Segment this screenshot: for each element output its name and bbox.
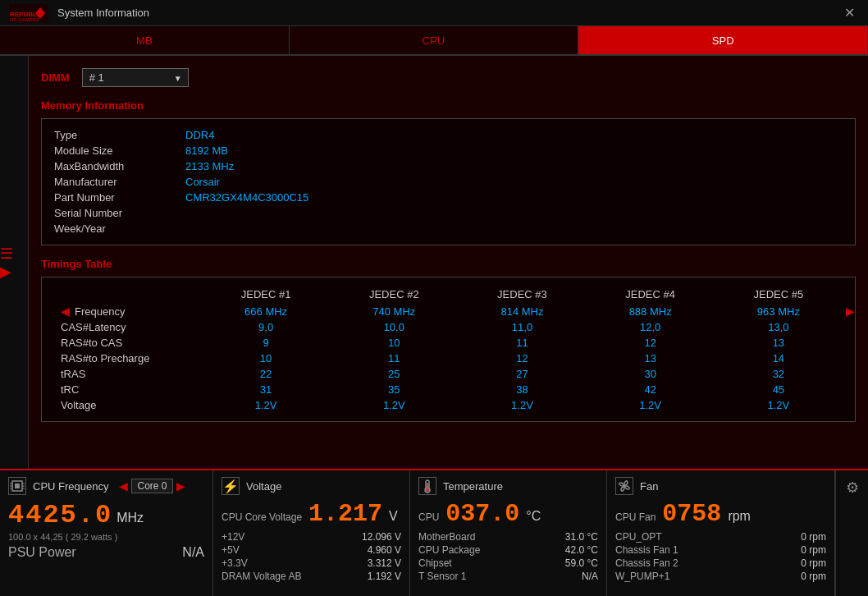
wpump-row: W_PUMP+1 0 rpm: [615, 571, 826, 582]
v5-value: 4.960 V: [368, 544, 401, 556]
temp-title: Temperature: [443, 480, 503, 493]
v5-label: +5V: [222, 544, 240, 556]
v33-label: +3.3V: [222, 557, 248, 569]
svg-text:OF GAMERS: OF GAMERS: [10, 17, 39, 22]
temp-header: Temperature: [418, 477, 598, 495]
cpu-freq-panel: CPU Frequency ◀ Core 0 ▶ 4425.0 MHz 100.…: [0, 470, 213, 596]
core-voltage-row: CPU Core Voltage 1.217 V: [222, 500, 401, 528]
chassis-fan2-row: Chassis Fan 2 0 rpm: [615, 557, 826, 569]
v5-row: +5V 4.960 V: [222, 544, 401, 556]
tab-mb[interactable]: MB: [0, 26, 290, 54]
info-row-part-number: Part Number CMR32GX4M4C3000C15: [54, 190, 843, 205]
svg-point-15: [426, 488, 429, 492]
cpu-opt-row: CPU_OPT 0 rpm: [615, 531, 826, 543]
title-bar: REPUBLIC OF GAMERS System Information ✕: [0, 0, 868, 26]
wpump-label: W_PUMP+1: [615, 571, 669, 582]
window-title: System Information: [57, 7, 149, 19]
fan-panel: Fan CPU Fan 0758 rpm CPU_OPT 0 rpm Chass…: [607, 470, 835, 596]
dimm-label: DIMM: [41, 71, 70, 84]
cpu-freq-nav: ◀ Core 0 ▶: [119, 479, 185, 493]
main-content: ☰ ▶ DIMM # 1 # 2 # 3 # 4 Memory Informat…: [0, 56, 868, 469]
tab-cpu[interactable]: CPU: [290, 26, 579, 54]
close-button[interactable]: ✕: [839, 3, 860, 22]
cpu-fan-value: 0758: [662, 500, 721, 528]
fan-icon: [615, 477, 633, 495]
info-row-module-size: Module Size 8192 MB: [54, 143, 843, 158]
svg-rect-5: [15, 484, 20, 488]
voltage-header: ⚡ Voltage: [222, 477, 401, 495]
dimm-selector[interactable]: # 1 # 2 # 3 # 4: [82, 68, 189, 87]
mb-temp-row: MotherBoard 31.0 °C: [418, 531, 598, 543]
voltage-panel: ⚡ Voltage CPU Core Voltage 1.217 V +12V …: [213, 470, 410, 596]
timings-box: JEDEC #1 JEDEC #2 JEDEC #3 JEDEC #4 JEDE…: [41, 277, 856, 422]
chassis-fan1-value: 0 rpm: [801, 544, 826, 556]
chipset-temp-row: Chipset 59.0 °C: [418, 557, 598, 569]
fan-header: Fan: [615, 477, 826, 495]
psu-power-value: N/A: [182, 545, 204, 560]
jedec3-header: JEDEC #3: [458, 286, 586, 303]
cpu-fan-unit: rpm: [728, 509, 751, 524]
chassis-fan2-label: Chassis Fan 2: [615, 557, 678, 569]
table-row: Voltage 1.2V 1.2V 1.2V 1.2V 1.2V: [54, 397, 843, 413]
dram-label: DRAM Voltage AB: [222, 571, 301, 582]
core-voltage-unit: V: [389, 509, 398, 524]
content-area: DIMM # 1 # 2 # 3 # 4 Memory Information …: [29, 56, 868, 469]
chassis-fan2-value: 0 rpm: [801, 557, 826, 569]
v12-row: +12V 12.096 V: [222, 531, 401, 543]
sidebar: ☰ ▶: [0, 56, 29, 469]
core-voltage-label: CPU Core Voltage: [222, 511, 302, 523]
memory-info-title: Memory Information: [41, 99, 856, 112]
sidebar-nav[interactable]: ☰ ▶: [0, 245, 28, 281]
voltage-title: Voltage: [246, 480, 281, 493]
tsensor-label: T Sensor 1: [418, 571, 466, 582]
jedec4-header: JEDEC #4: [587, 286, 715, 303]
cpu-freq-number: 4425.0: [8, 500, 112, 530]
chipset-value: 59.0 °C: [565, 557, 598, 569]
core-next-arrow[interactable]: ▶: [176, 479, 185, 493]
tsensor-row: T Sensor 1 N/A: [418, 571, 598, 582]
fan-title: Fan: [640, 480, 658, 493]
v33-row: +3.3V 3.312 V: [222, 557, 401, 569]
voltage-icon: ⚡: [222, 477, 240, 495]
dimm-select[interactable]: # 1 # 2 # 3 # 4: [82, 68, 189, 87]
voltage-details: +12V 12.096 V +5V 4.960 V +3.3V 3.312 V …: [222, 531, 401, 582]
tab-bar: MB CPU SPD: [0, 26, 868, 56]
timings-table: JEDEC #1 JEDEC #2 JEDEC #3 JEDEC #4 JEDE…: [54, 286, 843, 413]
dram-row: DRAM Voltage AB 1.192 V: [222, 571, 401, 582]
chassis-fan1-row: Chassis Fan 1 0 rpm: [615, 544, 826, 556]
table-row: tRAS 22 25 27 30 32: [54, 366, 843, 382]
mb-temp-label: MotherBoard: [418, 531, 475, 543]
table-row: RAS#to CAS 9 10 11 12 13: [54, 335, 843, 351]
cpu-temp-value: 037.0: [445, 500, 519, 528]
cpu-freq-title: CPU Frequency: [33, 480, 108, 493]
dram-value: 1.192 V: [368, 571, 401, 582]
bottom-bar: CPU Frequency ◀ Core 0 ▶ 4425.0 MHz 100.…: [0, 469, 868, 596]
info-row-week-year: Week/Year: [54, 221, 843, 236]
tsensor-value: N/A: [582, 571, 598, 582]
jedec1-header: JEDEC #1: [202, 286, 330, 303]
timings-title: Timings Table: [41, 258, 856, 270]
table-row: CAS#Latency 9,0 10,0 11,0 12,0 13,0: [54, 319, 843, 335]
settings-gear-icon[interactable]: ⚙: [846, 479, 859, 497]
rog-logo: REPUBLIC OF GAMERS: [8, 3, 49, 23]
psu-power-row: PSU Power N/A: [8, 545, 204, 560]
cpu-freq-sub1: 100.0 x 44,25 ( 29.2 watts ): [8, 532, 204, 542]
temp-icon: [418, 477, 436, 495]
fan-details: CPU_OPT 0 rpm Chassis Fan 1 0 rpm Chassi…: [615, 531, 826, 582]
v33-value: 3.312 V: [368, 557, 401, 569]
cpu-opt-value: 0 rpm: [801, 531, 826, 543]
psu-power-label: PSU Power: [8, 545, 76, 560]
cpu-pkg-row: CPU Package 42.0 °C: [418, 544, 598, 556]
cpu-fan-row: CPU Fan 0758 rpm: [615, 500, 826, 528]
jedec2-header: JEDEC #2: [330, 286, 458, 303]
settings-panel: ⚙: [835, 470, 868, 596]
table-row: tRC 31 35 38 42 45: [54, 382, 843, 397]
temp-details: MotherBoard 31.0 °C CPU Package 42.0 °C …: [418, 531, 598, 582]
tab-spd[interactable]: SPD: [578, 26, 868, 54]
cpu-freq-unit: MHz: [116, 511, 144, 525]
info-row-maxbw: MaxBandwidth 2133 MHz: [54, 158, 843, 174]
cpu-temp-row: CPU 037.0 °C: [418, 500, 598, 528]
table-row: ◀Frequency 666 MHz 740 MHz 814 MHz 888 M…: [54, 303, 843, 319]
chipset-label: Chipset: [418, 557, 452, 569]
core-prev-arrow[interactable]: ◀: [119, 479, 128, 493]
